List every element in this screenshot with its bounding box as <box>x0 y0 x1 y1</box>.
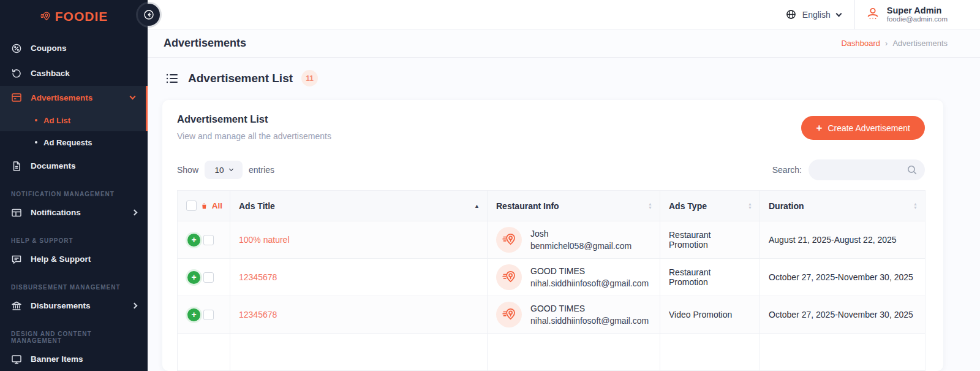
chevron-down-icon <box>130 93 136 99</box>
sidebar-section-disbursement-management: DISBURSEMENT MANAGEMENT <box>11 284 137 291</box>
sidebar-item-cashback[interactable]: Cashback <box>0 61 148 86</box>
chevron-right-icon <box>132 303 138 309</box>
expand-row-button[interactable]: + <box>187 271 200 284</box>
sidebar-subitem-ad-list[interactable]: Ad List <box>0 109 146 131</box>
sidebar-item-label: Coupons <box>31 44 67 53</box>
section-title: Advertisement List <box>188 72 293 85</box>
help-chat-icon <box>11 254 22 265</box>
sort-icon: ▲▼ <box>648 202 652 209</box>
page-header: Advertisements Dashboard › Advertisement… <box>148 29 980 58</box>
monitor-icon <box>11 354 22 365</box>
language-label: English <box>802 10 831 20</box>
chevron-down-icon <box>835 10 842 17</box>
bullet-icon <box>35 119 37 121</box>
duration-cell: October 27, 2025-November 30, 2025 <box>760 259 925 296</box>
select-all-label[interactable]: All <box>212 201 222 210</box>
expand-row-button[interactable]: + <box>187 308 200 321</box>
restaurant-avatar <box>496 302 522 327</box>
user-email: foodie@admin.com <box>887 15 948 23</box>
list-icon <box>165 71 179 86</box>
row-checkbox[interactable] <box>203 310 214 320</box>
expand-row-button[interactable]: + <box>187 234 200 247</box>
column-label: Ads Type <box>669 201 707 211</box>
count-badge: 11 <box>301 70 318 86</box>
globe-icon <box>786 9 796 20</box>
breadcrumb: Dashboard › Advertisements <box>841 39 948 48</box>
breadcrumb-current: Advertisements <box>892 39 948 48</box>
card-subtitle: View and manage all the advertisements <box>177 131 331 141</box>
brand-logo[interactable]: FOODIE <box>0 0 148 31</box>
bank-icon <box>11 300 22 312</box>
sort-icon: ▲▼ <box>913 202 918 209</box>
restaurant-email: benmichel058@gmail.com <box>530 241 631 251</box>
column-header-ads-type[interactable]: Ads Type▲▼ <box>660 191 760 221</box>
trash-icon[interactable] <box>201 202 208 210</box>
column-label: Restaurant Info <box>496 201 559 211</box>
admin-avatar-icon <box>865 6 881 22</box>
duration-cell: August 21, 2025-August 22, 2025 <box>760 221 925 259</box>
table-row: + 12345678 GOOD TIMES nihal.siddhiinfoso… <box>178 259 925 296</box>
search-icon <box>907 164 918 175</box>
sidebar-item-banner-items[interactable]: Banner Items <box>0 346 148 371</box>
sidebar-item-notifications[interactable]: Notifications <box>0 200 148 225</box>
user-name: Super Admin <box>887 6 948 16</box>
create-advertisement-button[interactable]: + Create Advertisement <box>801 116 925 140</box>
restaurant-name: GOOD TIMES <box>530 266 649 276</box>
sidebar-item-help-support[interactable]: Help & Support <box>0 247 148 272</box>
breadcrumb-dashboard-link[interactable]: Dashboard <box>841 39 880 48</box>
user-profile[interactable]: Super Admin foodie@admin.com <box>855 6 948 24</box>
sidebar-item-disbursements[interactable]: Disbursements <box>0 293 148 318</box>
search-box <box>809 159 925 180</box>
section-heading: Advertisement List 11 <box>148 58 980 86</box>
page-size-select[interactable]: 10 <box>205 161 243 179</box>
ad-title-link[interactable]: 12345678 <box>239 310 277 319</box>
duration-cell: October 27, 2025-November 30, 2025 <box>760 296 925 334</box>
sidebar-active-group: Advertisements Ad List <box>0 86 148 131</box>
search-input[interactable] <box>818 166 907 175</box>
restaurant-email: nihal.siddhiinfosoft@gmail.com <box>530 316 649 326</box>
sidebar-collapse-button[interactable] <box>138 4 160 26</box>
sidebar-section-notification-management: NOTIFICATION MANAGEMENT <box>11 191 137 197</box>
breadcrumb-separator: › <box>885 39 888 48</box>
restaurant-email: nihal.siddhiinfosoft@gmail.com <box>530 278 649 288</box>
sort-ascending-icon: ▲ <box>474 203 480 209</box>
table-row: + 100% naturel Josh benmichel058@gmail.c… <box>178 221 925 259</box>
sidebar-subitem-label: Ad List <box>43 116 70 125</box>
ads-type-cell: Video Promotion <box>660 296 760 334</box>
notifications-icon <box>11 207 22 218</box>
table-controls: Show 10 entries Search: <box>177 159 925 180</box>
column-header-restaurant-info[interactable]: Restaurant Info▲▼ <box>488 191 660 221</box>
restaurant-avatar <box>496 227 522 253</box>
sidebar-item-advertisements[interactable]: Advertisements <box>0 86 146 109</box>
select-all-checkbox[interactable] <box>186 201 197 211</box>
topbar: English Super Admin foodie@admin.com <box>148 0 980 29</box>
sort-icon: ▲▼ <box>748 202 752 209</box>
ad-title-link[interactable]: 12345678 <box>239 272 277 282</box>
sidebar-item-label: Help & Support <box>31 254 91 264</box>
sidebar-subitem-ad-requests[interactable]: Ad Requests <box>0 131 148 153</box>
chevron-down-icon <box>229 167 233 171</box>
foodie-pin-icon <box>40 11 51 22</box>
table-row: + 12345678 GOOD TIMES nihal.siddhiinfoso… <box>178 296 925 334</box>
advertisements-icon <box>11 92 22 103</box>
column-header-duration[interactable]: Duration▲▼ <box>760 191 925 221</box>
foodie-pin-icon <box>502 307 516 322</box>
row-checkbox[interactable] <box>203 272 214 283</box>
chevron-right-icon <box>132 210 138 216</box>
language-selector[interactable]: English <box>772 0 854 29</box>
advertisements-table: All Ads Title▲ Restaurant Info▲▼ Ads Typ… <box>177 190 925 371</box>
brand-name: FOODIE <box>55 9 108 24</box>
foodie-pin-icon <box>502 232 516 247</box>
ad-title-link[interactable]: 100% naturel <box>239 235 290 245</box>
sidebar-section-help-support: HELP & SUPPORT <box>11 237 137 244</box>
page-title: Advertisements <box>164 37 246 50</box>
arrow-left-circle-icon <box>143 9 155 21</box>
restaurant-name: GOOD TIMES <box>530 304 649 313</box>
row-checkbox[interactable] <box>203 235 214 245</box>
sidebar-item-coupons[interactable]: Coupons <box>0 36 148 61</box>
column-header-ads-title[interactable]: Ads Title▲ <box>230 191 488 221</box>
sidebar-item-label: Documents <box>31 161 76 170</box>
search-label: Search: <box>772 165 802 175</box>
column-label: Ads Title <box>239 201 275 211</box>
sidebar-item-documents[interactable]: Documents <box>0 153 148 178</box>
